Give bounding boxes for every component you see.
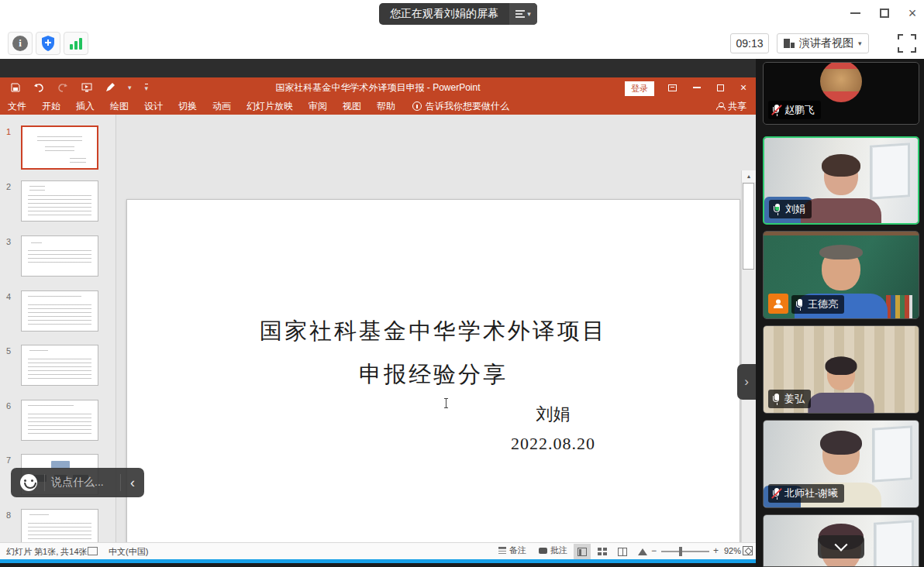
fullscreen-button[interactable] (898, 34, 916, 53)
thumb-number: 5 (6, 346, 17, 356)
ink-pen-icon[interactable] (105, 83, 115, 92)
zoom-slider-thumb[interactable] (679, 547, 682, 556)
ppt-minimize-button[interactable] (685, 77, 709, 98)
zoom-slider-track[interactable] (661, 551, 709, 552)
comments-toggle-button[interactable]: 批注 (539, 545, 567, 556)
slide-thumbnail-3[interactable] (21, 235, 98, 277)
chat-collapse-button[interactable]: ‹ (121, 475, 144, 491)
mic-active-icon (773, 203, 782, 215)
scroll-up-icon[interactable]: ▲ (742, 170, 756, 182)
emoji-button[interactable] (20, 474, 37, 491)
participant-name-chip: 刘娟 (769, 200, 812, 218)
tab-insert[interactable]: 插入 (68, 98, 102, 115)
tab-draw[interactable]: 绘图 (102, 98, 136, 115)
ppt-statusbar: 幻灯片 第1张, 共14张 中文(中国) 备注 批注 − + 92% (0, 542, 756, 559)
window-minimize-button[interactable] (843, 3, 867, 23)
text-cursor (446, 398, 446, 408)
participant-name: 姜弘 (784, 392, 805, 406)
minimize-icon (693, 87, 701, 88)
tab-file[interactable]: 文件 (0, 98, 34, 115)
watching-label: 您正在观看刘娟的屏幕 (379, 7, 509, 21)
reading-view-button[interactable] (614, 544, 631, 559)
view-mode-dropdown[interactable]: 演讲者视图 ▾ (777, 33, 869, 53)
tab-design[interactable]: 设计 (136, 98, 171, 115)
tab-animations[interactable]: 动画 (205, 98, 239, 115)
chat-quick-bar: 说点什么... ‹ (11, 468, 144, 497)
view-mode-label: 演讲者视图 (799, 36, 853, 50)
tab-slideshow[interactable]: 幻灯片放映 (239, 98, 301, 115)
language-indicator[interactable]: 中文(中国) (109, 546, 148, 558)
network-signal-button[interactable] (64, 32, 88, 55)
slide-byline[interactable]: 刘娟 2022.08.20 (511, 403, 595, 454)
normal-view-button[interactable] (574, 544, 591, 559)
window-maximize-button[interactable] (873, 3, 896, 23)
thumb-number: 4 (6, 292, 17, 301)
meeting-info-button[interactable]: i (8, 32, 33, 55)
security-button[interactable] (36, 32, 60, 55)
person-icon (716, 102, 724, 110)
maximize-icon (717, 84, 724, 91)
accessibility-icon[interactable] (88, 547, 98, 555)
window-close-button[interactable]: × (901, 3, 924, 23)
participant-tile[interactable]: 赵鹏飞 (763, 62, 919, 125)
ppt-close-button[interactable]: × (732, 77, 755, 98)
close-icon: × (740, 82, 746, 93)
slide-title-line1[interactable]: 国家社科基金中华学术外译项目 (127, 316, 740, 347)
ribbon-options-icon (668, 84, 677, 91)
ppt-signin-button[interactable]: 登录 (625, 81, 654, 96)
layout-icon (784, 39, 795, 48)
redo-icon[interactable] (57, 83, 68, 92)
tab-review[interactable]: 审阅 (301, 98, 335, 115)
slide-sorter-icon (598, 548, 607, 556)
chat-input[interactable]: 说点什么... (45, 476, 120, 490)
save-icon[interactable] (11, 83, 20, 92)
participant-name-chip: 赵鹏飞 (768, 101, 821, 119)
sidebar-collapse-handle[interactable]: › (737, 364, 756, 400)
meeting-titlebar: 您正在观看刘娟的屏幕 ▾ × (0, 0, 924, 28)
maximize-icon (880, 9, 889, 18)
scroll-more-participants-button[interactable] (818, 535, 864, 558)
participant-name: 北师社-谢曦 (784, 486, 838, 500)
zoom-level[interactable]: 92% (724, 546, 741, 555)
participant-tile[interactable]: 王德亮 (763, 231, 919, 319)
caret-down-icon[interactable]: ▾ (128, 84, 132, 91)
slide-thumbnail-6[interactable] (21, 400, 98, 441)
meeting-toolbar: i 09:13 演讲者视图 ▾ (0, 28, 924, 59)
slide-thumbnail-5[interactable] (21, 345, 98, 386)
participant-tile-active-speaker[interactable]: 刘娟 (763, 136, 919, 225)
tab-help[interactable]: 帮助 (369, 98, 403, 115)
ppt-share-button[interactable]: 共享 (716, 98, 746, 115)
participant-tile[interactable] (763, 514, 919, 567)
zoom-out-button[interactable]: − (651, 545, 657, 556)
fit-to-window-button[interactable] (743, 546, 753, 555)
tab-view[interactable]: 视图 (335, 98, 369, 115)
undo-icon[interactable] (33, 83, 44, 92)
slide-sorter-view-button[interactable] (594, 544, 611, 559)
slide-counter: 幻灯片 第1张, 共14张 (6, 546, 88, 558)
tab-home[interactable]: 开始 (34, 98, 68, 115)
participant-tile[interactable]: 北师社-谢曦 (763, 420, 919, 508)
tell-me-box[interactable]: 告诉我你想要做什么 (403, 100, 509, 113)
participant-tile[interactable]: 姜弘 (763, 325, 919, 414)
notes-toggle-label: 备注 (509, 545, 526, 556)
ribbon-display-options-button[interactable] (660, 77, 684, 98)
slide-canvas[interactable]: 国家社科基金中华学术外译项目 申报经验分享 刘娟 2022.08.20 (126, 199, 740, 546)
slide-thumbnail-2[interactable] (21, 180, 98, 222)
reading-view-icon (618, 548, 627, 556)
slideshow-view-button[interactable] (634, 544, 651, 559)
zoom-in-button[interactable]: + (713, 545, 719, 556)
mic-on-icon (772, 393, 781, 405)
scrollbar-thumb[interactable] (743, 183, 754, 270)
slide-thumbnail-4[interactable] (21, 290, 98, 332)
participants-sidebar: 赵鹏飞 刘娟 王德亮 (756, 59, 924, 567)
slide-title-line2[interactable]: 申报经验分享 (127, 359, 740, 390)
banner-menu-button[interactable]: ▾ (509, 3, 537, 25)
customize-qat-icon[interactable]: ▾ (145, 84, 149, 92)
participant-avatar (820, 62, 862, 102)
ppt-maximize-button[interactable] (709, 77, 732, 98)
start-slideshow-icon[interactable] (81, 83, 92, 92)
slideshow-view-icon (638, 548, 647, 555)
slide-thumbnail-1[interactable] (21, 125, 98, 170)
notes-toggle-button[interactable]: 备注 (498, 545, 526, 556)
tab-transitions[interactable]: 切换 (171, 98, 205, 115)
